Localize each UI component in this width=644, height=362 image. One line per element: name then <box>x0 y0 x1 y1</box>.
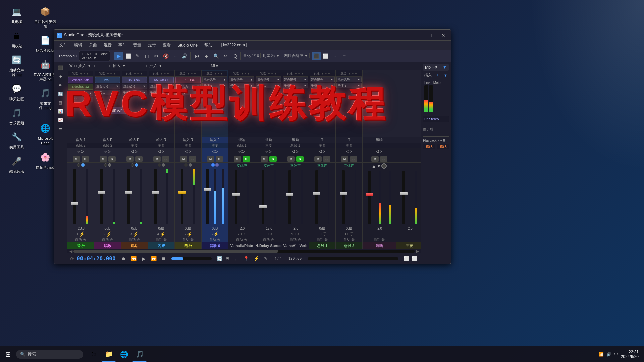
ch5-auto[interactable]: 自动 关 <box>175 237 201 242</box>
tool-erase[interactable]: ◻ <box>143 52 151 60</box>
tool-select[interactable]: ▶ <box>114 52 123 60</box>
transport-btn-r2[interactable]: ⬜ <box>411 255 418 262</box>
send-sub-7[interactable]: 子项 1▼ <box>229 83 254 88</box>
tool-r3[interactable]: → <box>331 52 339 60</box>
ch1-solo[interactable]: S <box>82 156 89 162</box>
ch8-name[interactable]: H-Delay Stereo <box>255 242 282 249</box>
ch8-auto[interactable]: 自动 关 <box>255 237 282 242</box>
ch7-auto[interactable]: 自动 关 <box>228 237 255 242</box>
plugin-pro-2[interactable]: Pro... <box>95 77 120 83</box>
tab-close[interactable]: ✕ <box>69 63 73 69</box>
ch4-dot2[interactable] <box>162 163 165 167</box>
send-mix-6[interactable]: 混合记号▼ <box>202 77 227 82</box>
ch6-auto[interactable]: 自动 关 <box>202 237 228 242</box>
scroll-right[interactable]: ▶ <box>415 249 420 253</box>
ch12-fader-track[interactable] <box>368 171 371 224</box>
ch6-name[interactable]: 音轨 6 <box>202 242 228 249</box>
ch6-pan[interactable]: <C> <box>202 148 228 155</box>
menu-mix[interactable]: 混音 <box>101 41 114 49</box>
send-sub-3[interactable]: 子项 1▼ <box>122 90 147 95</box>
ch2-fader-knob[interactable] <box>98 191 105 194</box>
ch5-fader-track[interactable] <box>181 169 183 224</box>
ch9-auto[interactable]: 自动 关 <box>282 237 309 242</box>
ch11-auto[interactable]: 自动 关 <box>336 237 362 242</box>
menu-view[interactable]: 查看 <box>160 41 173 49</box>
icon-recycle-bin[interactable]: 🗑 回收站 <box>3 27 30 50</box>
tool-iq[interactable]: IQ <box>230 52 239 60</box>
ch10-fader-track[interactable] <box>315 170 318 224</box>
ch2-auto[interactable]: 自动 关 <box>94 237 121 242</box>
ch9-fader-knob[interactable] <box>286 193 293 196</box>
tool-rect[interactable]: ⬜ <box>124 52 132 60</box>
transport-play[interactable]: ▶ <box>140 255 147 262</box>
transport-progress[interactable] <box>171 257 212 260</box>
trans-next[interactable]: ⏭ <box>56 81 65 89</box>
transport-forward[interactable]: ⏩ <box>150 255 157 262</box>
transport-stop[interactable]: ⏹ <box>160 255 167 262</box>
send-mix-4[interactable]: 混合记号▼ <box>149 84 174 89</box>
icon-community[interactable]: 💬 聊天社区 <box>3 80 30 103</box>
main-auto[interactable] <box>396 237 421 242</box>
scroll-left[interactable]: ◀ <box>68 249 73 253</box>
ch3-name[interactable]: 说话 <box>121 242 148 249</box>
ch9-name[interactable]: ValhaVi...Verb <box>282 242 309 249</box>
ch12-auto[interactable]: 自动 关 <box>363 237 396 242</box>
ch6-solo[interactable]: S <box>216 156 223 162</box>
taskbar-app-browser[interactable]: 🌐 <box>117 347 131 362</box>
ch12-fader-knob[interactable] <box>366 193 373 196</box>
ch6-fader-track[interactable] <box>206 169 209 224</box>
ch5-name[interactable]: 电台 <box>175 242 201 249</box>
send-sub-1[interactable]: 子项 1▼ <box>68 97 93 102</box>
ch1-fader-track[interactable] <box>73 169 76 224</box>
taskbar-app-audio[interactable]: 🎵 <box>132 347 147 362</box>
menu-studioone[interactable]: Studio One <box>175 42 200 49</box>
ch2-name[interactable]: 唱歌 <box>94 242 121 249</box>
ch11-mute[interactable]: M <box>341 156 348 162</box>
menu-event[interactable]: 事件 <box>116 41 129 49</box>
ch1-mute[interactable]: M <box>73 156 80 162</box>
ch10-solo[interactable]: S <box>323 156 330 162</box>
mix-fx-dropdown[interactable]: ▼ <box>443 65 447 70</box>
send-mix-5[interactable]: 混合记号▼ <box>175 84 201 89</box>
icon-music-app[interactable]: 🎤 酷我音乐 <box>3 153 30 175</box>
ch7-mute[interactable]: M <box>234 156 241 162</box>
icon-my-computer[interactable]: 💻 此电脑 <box>3 3 30 26</box>
ch7-name[interactable]: ValhallaPlate <box>228 242 255 249</box>
tool-prev[interactable]: ⏮ <box>193 52 202 60</box>
send-sub-4[interactable]: 子项 1▼ <box>149 90 174 95</box>
tool-undo[interactable]: ↩ <box>221 52 230 60</box>
ch9-pan[interactable]: <C> <box>282 148 309 155</box>
menu-transport[interactable]: 走带 <box>145 41 159 49</box>
transport-icon[interactable]: ⟳ <box>70 256 74 261</box>
send-mix-2[interactable]: 混合记号▼ <box>95 84 120 89</box>
scroll-track[interactable] <box>73 250 415 253</box>
menu-site[interactable]: 【kx2222.com】 <box>216 41 252 49</box>
ch4-pan[interactable]: <C> <box>148 148 174 155</box>
transport-loop[interactable]: 🔄 <box>216 255 223 262</box>
trans-stop[interactable]: ⬛ <box>56 64 65 71</box>
menu-edit[interactable]: 编辑 <box>71 41 85 49</box>
ch10-stereo[interactable]: 立体声 <box>309 163 335 169</box>
ch10-fader-knob[interactable] <box>313 192 320 195</box>
ch10-auto[interactable]: 自动 关 <box>309 237 335 242</box>
tool-r4[interactable]: ≡ <box>340 52 349 60</box>
ch11-name[interactable]: 总线 2 <box>336 242 362 249</box>
ch9-mute[interactable]: M <box>287 156 295 162</box>
trans-menu[interactable]: ☰ <box>56 125 65 132</box>
ch3-auto[interactable]: 自动 关 <box>121 237 148 242</box>
ch10-mute[interactable]: M <box>314 156 322 162</box>
start-button[interactable]: ⊞ <box>0 346 16 362</box>
icon-music-video[interactable]: 🎵 音乐视频 <box>3 105 30 127</box>
ch3-pan[interactable]: <C> <box>121 148 148 155</box>
ch1-dot2[interactable] <box>81 163 85 167</box>
ch6-mute[interactable]: M <box>207 156 214 162</box>
icon-voice-changer[interactable]: 🔄 启动变声器.bat <box>3 52 30 78</box>
trans-chart[interactable]: 📊 <box>56 108 65 115</box>
close-button[interactable]: ✕ <box>439 32 448 39</box>
menu-file[interactable]: 文件 <box>57 41 70 49</box>
fresh-air-badge[interactable]: Fresh Air <box>102 107 126 114</box>
ch10-name[interactable]: 总线 1 <box>309 242 335 249</box>
search-box[interactable]: 🔍 搜索 <box>16 350 83 359</box>
taskbar-volume-icon[interactable]: 🔊 <box>606 352 611 357</box>
ch8-fader-knob[interactable] <box>259 205 267 208</box>
